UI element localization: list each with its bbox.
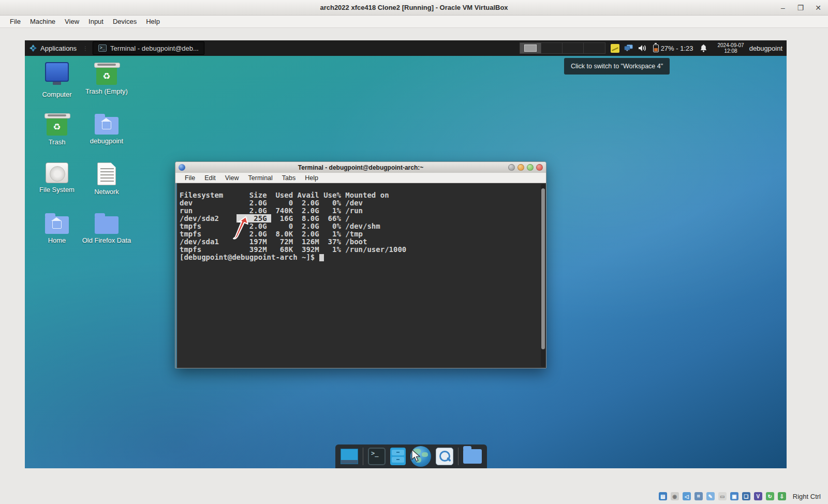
status-optical-disc-icon[interactable]: ◉ <box>671 492 679 500</box>
workspace-tooltip: Click to switch to "Workspace 4" <box>564 58 670 75</box>
menu-view[interactable]: View <box>60 16 84 27</box>
terminal-titlebar[interactable]: Terminal - debugpoint@debugpoint-arch:~ <box>175 162 546 173</box>
close-button[interactable] <box>536 164 543 171</box>
df-header-line: Filesystem Size Used Avail Use% Mounted … <box>180 191 543 199</box>
dock-folder-icon[interactable] <box>463 449 482 464</box>
workspace-2[interactable] <box>541 43 563 53</box>
window-controls: – ❐ ✕ <box>778 0 823 16</box>
desktop-icon-home[interactable]: Home <box>32 212 82 244</box>
df-row: tmpfs 392M 68K 392M 1% /run/user/1000 <box>180 246 543 254</box>
terminal-title: Terminal - debugpoint@debugpoint-arch:~ <box>175 164 546 171</box>
menu-file[interactable]: File <box>5 16 25 27</box>
desktop-icon-label: Trash (Empty) <box>85 88 128 95</box>
display-settings-icon[interactable] <box>624 43 633 53</box>
notification-bell-icon[interactable] <box>699 43 708 53</box>
desktop-icon-old-firefox-data[interactable]: Old Firefox Data <box>82 212 131 244</box>
battery-text: 27% - 1:23 <box>661 45 693 52</box>
workspace-1[interactable] <box>520 43 541 53</box>
workspace-1-window-thumb <box>524 45 537 52</box>
shade-button[interactable] <box>508 164 515 171</box>
panel-grip-handle[interactable]: ⋮ <box>83 46 88 51</box>
window-title: arch2022 xfce418 Clone2 [Running] - Orac… <box>320 4 508 11</box>
terminal-task-icon: >_ <box>98 45 107 52</box>
computer-icon <box>45 62 69 82</box>
status-keyboard-capture-icon[interactable]: ⇩ <box>778 492 786 500</box>
workspace-3[interactable] <box>563 43 584 53</box>
terminal-menu-help[interactable]: Help <box>301 173 322 183</box>
status-network-icon[interactable]: ⌗ <box>694 492 703 500</box>
status-hard-disk-icon[interactable]: ▤ <box>659 492 667 500</box>
battery-indicator[interactable]: 27% - 1:23 <box>653 45 693 52</box>
dock-file-manager-icon[interactable] <box>390 448 406 465</box>
scrollbar-thumb[interactable] <box>541 188 545 349</box>
menu-devices[interactable]: Devices <box>108 16 141 27</box>
status-mouse-integration-icon[interactable]: ↻ <box>766 492 774 500</box>
df-row: run 2.0G 740K 2.0G 1% /run <box>180 207 543 215</box>
volume-icon[interactable] <box>638 43 647 53</box>
desktop-icon-trash-empty[interactable]: ♻ Trash (Empty) <box>82 62 131 95</box>
hard-disk-icon <box>46 162 68 183</box>
terminal-menubar: File Edit View Terminal Tabs Help <box>175 173 546 183</box>
status-shared-folders-icon[interactable]: ▭ <box>718 492 727 500</box>
panel-date: 2024-09-07 <box>718 42 744 48</box>
terminal-scrollbar[interactable] <box>541 184 545 367</box>
xfce-applications-icon <box>29 44 37 52</box>
close-button[interactable]: ✕ <box>814 4 823 12</box>
menu-machine[interactable]: Machine <box>25 16 60 27</box>
dock-separator <box>363 448 363 465</box>
terminal-cursor <box>319 254 324 261</box>
desktop-icon-network[interactable]: Network <box>82 162 131 196</box>
maximize-button[interactable] <box>527 164 534 171</box>
desktop-icon-label: debugpoint <box>90 138 123 145</box>
mouse-cursor-icon <box>410 449 422 463</box>
status-usb-icon[interactable]: ✎ <box>706 492 715 500</box>
terminal-content-area[interactable]: Filesystem Size Used Avail Use% Mounted … <box>175 183 546 368</box>
host-key-label: Right Ctrl <box>793 493 821 500</box>
terminal-menu-terminal[interactable]: Terminal <box>244 173 277 183</box>
workspace-4[interactable] <box>584 43 605 53</box>
maximize-button[interactable]: ❐ <box>796 4 805 12</box>
applications-menu-button[interactable]: Applications <box>25 40 81 56</box>
desktop-icon-file-system[interactable]: File System <box>32 162 82 194</box>
menu-input[interactable]: Input <box>84 16 108 27</box>
taskbar-terminal-button[interactable]: >_ Terminal - debugpoint@deb... <box>93 41 204 55</box>
virtualbox-titlebar: arch2022 xfce418 Clone2 [Running] - Orac… <box>0 0 828 16</box>
minimize-button[interactable]: – <box>778 4 788 12</box>
panel-time: 12:08 <box>718 48 744 54</box>
show-desktop-icon[interactable] <box>341 449 358 464</box>
virtualbox-statusbar: ▤ ◉ ◁ ⌗ ✎ ▭ ▣ ❏ V ↻ ⇩ Right Ctrl <box>0 488 828 504</box>
panel-clock[interactable]: 2024-09-07 12:08 <box>718 42 744 54</box>
status-audio-icon[interactable]: ◁ <box>683 492 691 500</box>
battery-icon <box>653 45 659 52</box>
network-document-icon <box>97 162 116 185</box>
home-folder-icon <box>95 117 119 135</box>
status-recording-icon[interactable]: ❏ <box>742 492 750 500</box>
dock-terminal-icon[interactable]: >_ <box>368 448 386 465</box>
desktop-icon-label: Trash <box>49 139 66 146</box>
desktop-icon-debugpoint[interactable]: debugpoint <box>82 113 131 145</box>
virtualbox-menubar: File Machine View Input Devices Help <box>0 16 828 28</box>
menu-help[interactable]: Help <box>141 16 165 27</box>
dock-separator <box>458 448 459 465</box>
annotation-arrow-icon <box>230 216 249 241</box>
system-tray: 27% - 1:23 <box>611 43 708 53</box>
workspace-switcher[interactable] <box>520 42 605 54</box>
df-row: dev 2.0G 0 2.0G 0% /dev <box>180 199 543 207</box>
home-folder-icon <box>45 216 69 234</box>
desktop-icon-computer[interactable]: Computer <box>32 62 82 98</box>
desktop-icon-label: Home <box>48 237 66 244</box>
minimize-button[interactable] <box>518 164 524 171</box>
panel-username: debugpoint <box>749 45 782 52</box>
desktop-icon-trash[interactable]: ♻ Trash <box>32 113 82 146</box>
status-features-icon[interactable]: V <box>754 492 762 500</box>
terminal-menu-view[interactable]: View <box>221 173 243 183</box>
trash-icon: ♻ <box>96 67 117 85</box>
terminal-menu-tabs[interactable]: Tabs <box>278 173 300 183</box>
notes-tray-icon[interactable] <box>611 44 619 53</box>
status-display-icon[interactable]: ▣ <box>730 492 738 500</box>
terminal-menu-file[interactable]: File <box>181 173 199 183</box>
dock-app-finder-icon[interactable] <box>436 448 453 465</box>
terminal-menu-edit[interactable]: Edit <box>200 173 220 183</box>
desktop-icon-label: Network <box>94 188 119 196</box>
applications-label: Applications <box>40 45 77 52</box>
